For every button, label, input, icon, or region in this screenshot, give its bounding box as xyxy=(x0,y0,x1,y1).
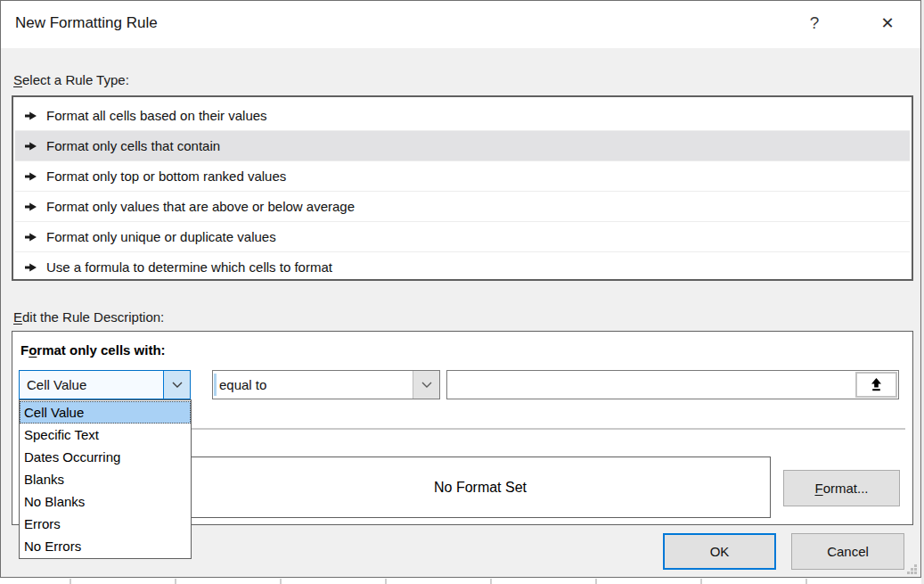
dropdown-item[interactable]: No Errors xyxy=(20,535,191,557)
rule-type-item[interactable]: Format only unique or duplicate values xyxy=(15,222,910,252)
rule-arrow-icon xyxy=(25,263,37,272)
dropdown-item[interactable]: No Blanks xyxy=(20,490,191,513)
dropdown-item-label: Errors xyxy=(24,516,61,531)
dropdown-item-label: Cell Value xyxy=(24,405,84,420)
dropdown-item[interactable]: Specific Text xyxy=(20,424,191,446)
rule-type-item[interactable]: Format only values that are above or bel… xyxy=(15,192,910,222)
condition-type-dropdown-list: Cell Value Specific Text Dates Occurring… xyxy=(19,399,192,559)
rule-arrow-icon xyxy=(25,111,37,120)
rule-type-item-label: Use a formula to determine which cells t… xyxy=(46,259,332,275)
dropdown-item[interactable]: Errors xyxy=(20,513,191,535)
ok-button[interactable]: OK xyxy=(663,533,776,570)
format-preview-box: No Format Set xyxy=(190,457,771,518)
rule-type-item[interactable]: Use a formula to determine which cells t… xyxy=(15,252,910,281)
value-input[interactable] xyxy=(446,370,899,399)
screen: New Formatting Rule ? ✕ Select a Rule Ty… xyxy=(0,0,924,584)
operator-value: equal to xyxy=(213,377,413,392)
dialog-title: New Formatting Rule xyxy=(15,14,158,32)
close-button[interactable]: ✕ xyxy=(867,1,908,45)
rule-arrow-icon xyxy=(25,172,37,181)
collapse-dialog-button[interactable] xyxy=(855,372,897,398)
operator-dropdown-button[interactable] xyxy=(413,371,439,399)
dropdown-item-label: No Blanks xyxy=(24,494,85,509)
dropdown-item[interactable]: Blanks xyxy=(20,468,191,490)
rule-type-item-label: Format only unique or duplicate values xyxy=(46,229,276,244)
rule-type-item-label: Format all cells based on their values xyxy=(46,108,267,123)
rule-type-item-label: Format only values that are above or bel… xyxy=(46,199,355,214)
rule-type-item-label: Format only cells that contain xyxy=(46,138,220,153)
help-icon: ? xyxy=(810,13,820,33)
preview-text: No Format Set xyxy=(434,480,527,496)
rule-arrow-icon xyxy=(25,202,37,211)
format-button[interactable]: Format... xyxy=(783,470,900,506)
resize-grip[interactable] xyxy=(905,563,917,574)
condition-type-value: Cell Value xyxy=(20,377,163,392)
condition-type-combobox[interactable]: Cell Value xyxy=(19,370,191,399)
format-only-cells-with-label: Format only cells with: xyxy=(20,342,166,358)
rule-type-item[interactable]: Format all cells based on their values xyxy=(15,101,910,131)
dropdown-item[interactable]: Dates Occurring xyxy=(20,446,191,468)
collapse-range-icon xyxy=(869,377,884,392)
select-rule-type-label: Select a Rule Type: xyxy=(13,72,129,87)
rule-type-item[interactable]: Format only cells that contain xyxy=(15,131,910,161)
condition-type-dropdown-button[interactable] xyxy=(163,371,190,399)
rule-type-item-label: Format only top or bottom ranked values xyxy=(46,169,286,184)
new-formatting-rule-dialog: New Formatting Rule ? ✕ Select a Rule Ty… xyxy=(0,0,921,578)
text-caret xyxy=(214,374,217,396)
dropdown-item-label: Specific Text xyxy=(24,427,99,442)
rule-arrow-icon xyxy=(25,142,37,151)
help-button[interactable]: ? xyxy=(794,1,835,45)
close-icon: ✕ xyxy=(880,13,894,33)
rule-arrow-icon xyxy=(25,233,37,242)
dropdown-item-label: No Errors xyxy=(24,539,81,554)
rule-type-listbox: Format all cells based on their values F… xyxy=(12,95,913,281)
cancel-button[interactable]: Cancel xyxy=(791,533,904,570)
spreadsheet-gridline-strip xyxy=(0,579,921,584)
rule-type-item[interactable]: Format only top or bottom ranked values xyxy=(15,161,910,192)
chevron-down-icon xyxy=(172,382,183,388)
dropdown-item-label: Blanks xyxy=(24,472,64,487)
dropdown-item-label: Dates Occurring xyxy=(24,449,120,465)
edit-rule-description-label: Edit the Rule Description: xyxy=(13,309,164,325)
title-bar[interactable]: New Formatting Rule ? ✕ xyxy=(1,1,920,48)
operator-combobox[interactable]: equal to xyxy=(212,370,440,399)
dropdown-item[interactable]: Cell Value xyxy=(20,401,191,424)
chevron-down-icon xyxy=(421,382,432,388)
